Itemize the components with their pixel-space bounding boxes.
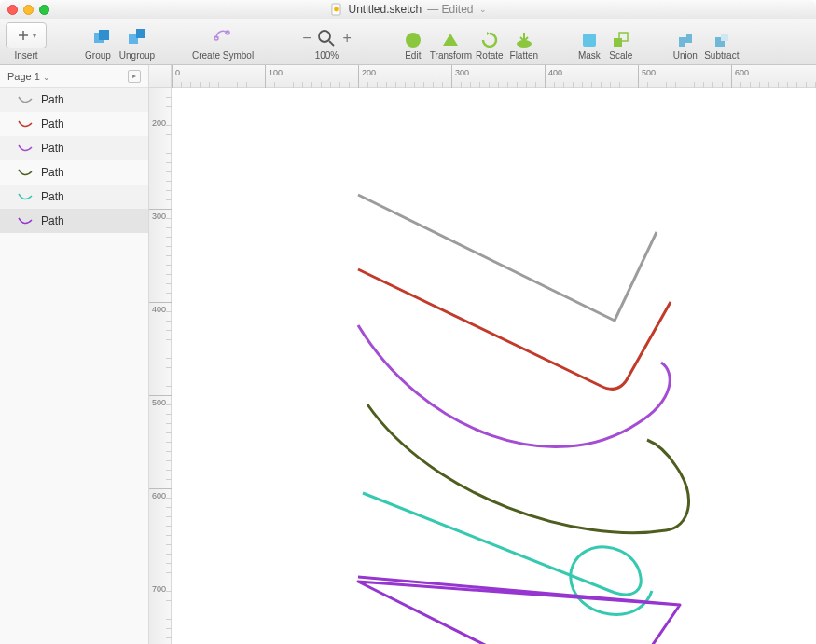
rotate-button[interactable] [475, 30, 505, 50]
minimize-window-button[interactable] [23, 5, 34, 15]
document-icon [329, 3, 342, 16]
svg-rect-5 [136, 29, 145, 38]
sidebar: Page 1⌄ ▸ PathPathPathPathPathPath [0, 65, 149, 644]
ungroup-icon [127, 27, 147, 48]
horizontal-ruler: 0100200300400500600 [172, 65, 816, 88]
layer-item[interactable]: Path [0, 88, 148, 112]
path-layer-icon [17, 93, 34, 106]
layer-label: Path [41, 166, 64, 179]
canvas-path[interactable] [358, 269, 671, 389]
path-layer-icon [17, 190, 34, 203]
scale-label: Scale [607, 50, 635, 61]
toolbar: ▾ Insert Group Ungroup [0, 19, 816, 65]
zoom-label: 100% [315, 50, 339, 61]
scale-button[interactable] [607, 30, 635, 50]
ungroup-label: Ungroup [118, 50, 157, 61]
mask-scale-tools: Mask Scale [575, 30, 635, 61]
subtract-label: Subtract [704, 50, 740, 61]
svg-point-6 [319, 31, 330, 42]
svg-point-1 [334, 7, 339, 12]
zoom-in-button[interactable]: + [342, 30, 351, 47]
subtract-button[interactable] [704, 30, 740, 50]
window: Untitled.sketch — Edited ⌄ ▾ Insert [0, 0, 816, 644]
edit-label: Edit [400, 50, 426, 61]
svg-rect-13 [721, 34, 728, 41]
zoom-out-button[interactable]: − [302, 30, 311, 47]
union-button[interactable] [671, 30, 700, 50]
canvas-area: 0100200300400500600 200300400500600700 [149, 65, 816, 644]
zoom-window-button[interactable] [39, 5, 49, 15]
path-layer-icon [17, 214, 34, 227]
union-icon [675, 30, 696, 50]
plus-icon [16, 28, 31, 43]
layer-item[interactable]: Path [0, 136, 148, 160]
insert-label: Insert [14, 50, 37, 61]
layer-label: Path [41, 93, 64, 106]
subtract-icon [712, 30, 732, 50]
canvas-paths [172, 88, 816, 644]
vertical-ruler: 200300400500600700 [149, 88, 172, 644]
rotate-label: Rotate [475, 50, 505, 61]
mask-button[interactable] [575, 30, 603, 50]
magnifier-icon [316, 28, 337, 48]
transform-label: Transform [430, 50, 471, 61]
edit-icon [403, 30, 423, 50]
svg-rect-9 [583, 34, 596, 47]
page-selector[interactable]: Page 1⌄ ▸ [0, 65, 148, 88]
svg-rect-10 [614, 38, 622, 47]
document-filename: Untitled.sketch [348, 3, 422, 16]
close-window-button[interactable] [7, 5, 18, 15]
union-label: Union [671, 50, 700, 61]
svg-rect-3 [99, 30, 109, 40]
layer-item[interactable]: Path [0, 160, 148, 185]
boolean-tools: Union Subtract [671, 30, 740, 61]
layer-item[interactable]: Path [0, 112, 148, 136]
flatten-label: Flatten [508, 50, 540, 61]
ruler-corner [149, 65, 172, 88]
rotate-icon [479, 30, 500, 50]
path-layer-icon [17, 142, 34, 155]
window-title[interactable]: Untitled.sketch — Edited ⌄ [329, 3, 486, 16]
insert-button[interactable]: ▾ [6, 22, 47, 48]
document-status: — Edited [427, 3, 473, 16]
body: Page 1⌄ ▸ PathPathPathPathPathPath 01002… [0, 65, 816, 644]
page-label: Page 1 [7, 71, 40, 82]
chevron-down-icon: ⌄ [479, 5, 487, 14]
canvas-path[interactable] [358, 577, 680, 644]
zoom-tool: − + 100% [302, 28, 352, 61]
group-icon [91, 27, 112, 48]
group-label: Group [82, 50, 114, 61]
layer-item[interactable]: Path [0, 209, 148, 233]
symbol-icon [213, 25, 233, 46]
transform-button[interactable] [430, 30, 471, 50]
edit-button[interactable] [400, 30, 426, 50]
flatten-button[interactable] [508, 30, 540, 50]
create-symbol-label: Create Symbol [192, 50, 254, 61]
collapse-panel-button[interactable]: ▸ [128, 70, 141, 83]
canvas-path[interactable] [363, 493, 652, 614]
layer-label: Path [41, 214, 64, 227]
canvas[interactable] [172, 88, 816, 644]
layer-label: Path [41, 117, 64, 130]
svg-point-7 [406, 33, 421, 48]
layer-label: Path [41, 190, 64, 203]
create-symbol-button[interactable] [207, 22, 239, 48]
ungroup-button[interactable] [121, 24, 153, 50]
layer-list: PathPathPathPathPathPath [0, 88, 148, 644]
flatten-icon [514, 30, 534, 50]
group-tools: Group Ungroup [82, 24, 157, 61]
chevron-down-icon: ▾ [33, 32, 36, 40]
canvas-path[interactable] [358, 195, 657, 321]
create-symbol-tool: Create Symbol [192, 22, 254, 61]
chevron-down-icon: ⌄ [43, 73, 50, 82]
path-layer-icon [17, 166, 34, 179]
insert-tool: ▾ Insert [6, 22, 47, 61]
layer-label: Path [41, 142, 64, 155]
mask-icon [579, 30, 600, 50]
traffic-lights [7, 5, 49, 15]
group-button[interactable] [86, 24, 118, 50]
titlebar[interactable]: Untitled.sketch — Edited ⌄ [0, 0, 816, 19]
transform-icon [440, 30, 461, 50]
mask-label: Mask [575, 50, 603, 61]
layer-item[interactable]: Path [0, 185, 148, 209]
